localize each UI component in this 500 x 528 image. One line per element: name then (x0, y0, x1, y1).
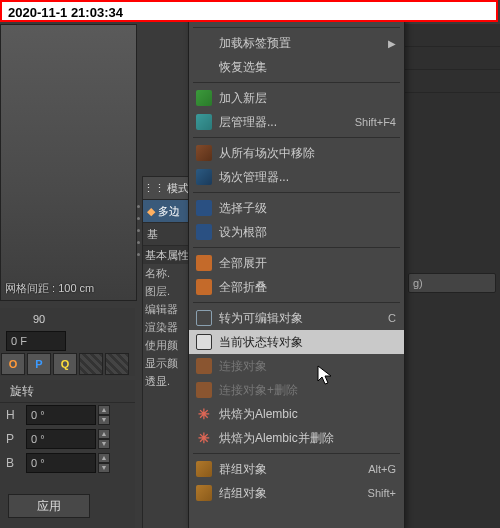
menu-item-shortcut: C (388, 312, 396, 324)
menu-item-icon-slot (195, 460, 213, 478)
rot-spinner-b[interactable]: ▲▼ (98, 453, 110, 473)
menu-item-label: 当前状态转对象 (219, 334, 396, 351)
menu-item-shortcut: Shift+ (368, 487, 396, 499)
attr-line-usecol: 使用颜 (143, 336, 189, 354)
menu-item-label: 层管理器... (219, 114, 347, 131)
viewport-3d[interactable]: 网格间距 : 100 cm (0, 24, 137, 301)
right-pill[interactable]: g) (408, 273, 496, 293)
menu-item-icon-slot (195, 223, 213, 241)
menu-item-restore-sel[interactable]: 恢复选集 (189, 55, 404, 79)
menu-item-shortcut: Alt+G (368, 463, 396, 475)
blue-icon (196, 200, 212, 216)
polygon-icon: ◆ (147, 205, 155, 218)
menu-item-icon-slot (195, 168, 213, 186)
record-scale-btn[interactable]: Q (53, 353, 77, 375)
take-icon (196, 145, 212, 161)
menu-separator (193, 82, 400, 83)
menu-item-load-tag-preset[interactable]: 加载标签预置▶ (189, 31, 404, 55)
timeline-fields: 0 F (0, 330, 135, 352)
rot-spinner-h[interactable]: ▲▼ (98, 405, 110, 425)
menu-item-icon-slot (195, 309, 213, 327)
box-icon (196, 310, 212, 326)
menu-item-collapse-all[interactable]: 全部折叠 (189, 275, 404, 299)
menu-item-combine[interactable]: 结组对象Shift+ (189, 481, 404, 505)
menu-item-icon-slot: ✳ (195, 429, 213, 447)
menu-item-label: 全部折叠 (219, 279, 396, 296)
rot-spinner-p[interactable]: ▲▼ (98, 429, 110, 449)
menu-item-add-layer[interactable]: 加入新层 (189, 86, 404, 110)
menu-item-connect-delete: 连接对象+删除 (189, 378, 404, 402)
rot-row-b: B 0 ° ▲▼ (0, 451, 135, 475)
menu-item-label: 恢复选集 (219, 59, 396, 76)
orange-dim-icon (196, 382, 212, 398)
playback-icons: O P Q (0, 352, 135, 376)
menu-item-icon-slot (195, 89, 213, 107)
coord-rotation-title: 旋转 (0, 380, 135, 403)
frame-field[interactable]: 0 F (6, 331, 66, 351)
menu-item-group[interactable]: 群组对象Alt+G (189, 457, 404, 481)
menu-item-make-editable[interactable]: 转为可编辑对象C (189, 306, 404, 330)
keyframe-strip-icon-2[interactable] (105, 353, 129, 375)
menu-item-label: 设为根部 (219, 224, 396, 241)
menu-item-expand-all[interactable]: 全部展开 (189, 251, 404, 275)
attribute-panel: ⋮⋮ 模式 ◆ 多边 基 基本属性 名称. 图层. 编辑器 渲染器 使用颜 显示… (142, 176, 190, 528)
attr-section-title: 基本属性 (143, 246, 189, 264)
menu-item-remove-take[interactable]: 从所有场次中移除 (189, 141, 404, 165)
rot-value-h[interactable]: 0 ° (26, 405, 96, 425)
attr-line-name: 名称. (143, 264, 189, 282)
apply-button[interactable]: 应用 (8, 494, 90, 518)
keyframe-strip-icon[interactable] (79, 353, 103, 375)
rot-value-p[interactable]: 0 ° (26, 429, 96, 449)
menu-separator (193, 137, 400, 138)
menu-item-label: 连接对象 (219, 358, 396, 375)
menu-item-icon-slot (195, 58, 213, 76)
menu-item-select-children[interactable]: 选择子级 (189, 196, 404, 220)
menu-dots-icon: ⋮⋮ (143, 182, 165, 195)
menu-item-take-mgr[interactable]: 场次管理器... (189, 165, 404, 189)
attr-line-editor: 编辑器 (143, 300, 189, 318)
attr-mode-header[interactable]: ⋮⋮ 模式 (143, 177, 189, 200)
rot-row-p: P 0 ° ▲▼ (0, 427, 135, 451)
menu-item-layer-mgr[interactable]: 层管理器...Shift+F4 (189, 110, 404, 134)
menu-item-label: 场次管理器... (219, 169, 396, 186)
menu-item-icon-slot: ✳ (195, 405, 213, 423)
attr-mode-label: 模式 (167, 181, 189, 196)
record-rot-btn[interactable]: P (27, 353, 51, 375)
scene-icon (196, 169, 212, 185)
menu-separator (193, 302, 400, 303)
orange-dim-icon (196, 358, 212, 374)
box-hl-icon (196, 334, 212, 350)
menu-item-label: 连接对象+删除 (219, 382, 396, 399)
menu-separator (193, 192, 400, 193)
rot-row-h: H 0 ° ▲▼ (0, 403, 135, 427)
menu-item-set-root[interactable]: 设为根部 (189, 220, 404, 244)
context-menu: 运动剪辑标签▶加载标签预置▶恢复选集加入新层层管理器...Shift+F4从所有… (188, 0, 405, 528)
attr-tab-basic[interactable]: 基 (143, 223, 189, 246)
menu-item-current-state[interactable]: 当前状态转对象 (189, 330, 404, 354)
record-pos-btn[interactable]: O (1, 353, 25, 375)
rot-label-h: H (6, 408, 26, 422)
menu-item-icon-slot (195, 381, 213, 399)
timeline-ruler[interactable]: 90 (0, 308, 135, 330)
cube-icon (196, 485, 212, 501)
menu-item-icon-slot (195, 144, 213, 162)
layers-icon (196, 90, 212, 106)
attr-tab-polygon-label: 多边 (158, 204, 180, 219)
attr-tab-polygon[interactable]: ◆ 多边 (143, 200, 189, 223)
menu-separator (193, 453, 400, 454)
menu-item-bake-alembic-del[interactable]: ✳烘焙为Alembic并删除 (189, 426, 404, 450)
app-root: 2020-11-1 21:03:34 网格间距 : 100 cm 90 0 F … (0, 0, 500, 528)
rot-value-b[interactable]: 0 ° (26, 453, 96, 473)
menu-item-icon-slot (195, 484, 213, 502)
attr-line-render: 渲染器 (143, 318, 189, 336)
menu-item-icon-slot (195, 199, 213, 217)
menu-item-icon-slot (195, 333, 213, 351)
menu-item-bake-alembic[interactable]: ✳烘焙为Alembic (189, 402, 404, 426)
red-icon: ✳ (196, 430, 212, 446)
right-panel-background: g) (404, 24, 500, 528)
attr-line-xray: 透显. (143, 372, 189, 390)
menu-item-label: 转为可编辑对象 (219, 310, 380, 327)
menu-item-label: 从所有场次中移除 (219, 145, 396, 162)
menu-item-label: 全部展开 (219, 255, 396, 272)
menu-item-icon-slot (195, 113, 213, 131)
